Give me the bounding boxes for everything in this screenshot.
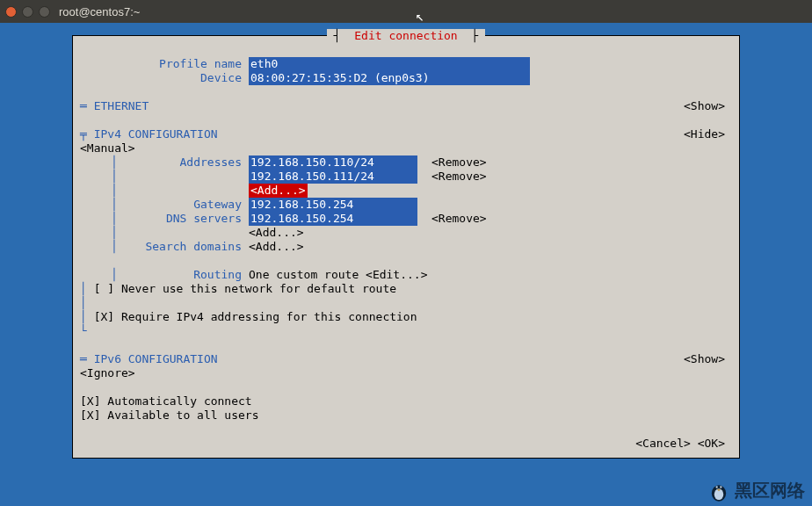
never-default-checkbox[interactable]: [ ] Never use this network for default r… [94, 282, 396, 295]
address-remove-0[interactable]: <Remove> [424, 155, 487, 170]
titlebar: root@centos7:~ [0, 0, 812, 23]
address-input-1[interactable]: 192.168.150.111/24 [249, 170, 417, 184]
nmtui-dialog: ↖ ┤ Edit connection ├ Profile name eth0 … [72, 35, 740, 459]
search-domains-label: Search domains [145, 240, 242, 253]
minimize-icon[interactable] [22, 6, 33, 18]
dns-add-button[interactable]: <Add...> [249, 226, 424, 240]
watermark: 黑区网络 [707, 478, 805, 502]
dns-input[interactable]: 192.168.150.254 [249, 212, 417, 226]
dns-remove[interactable]: <Remove> [424, 212, 487, 226]
routing-label: Routing [193, 268, 242, 281]
ipv4-header: IPv4 CONFIGURATION [87, 127, 218, 141]
address-remove-1[interactable]: <Remove> [424, 170, 487, 184]
address-input-0[interactable]: 192.168.150.110/24 [249, 155, 417, 170]
device-input[interactable]: 08:00:27:15:35:D2 (enp0s3) [249, 71, 530, 85]
window-title: root@centos7:~ [59, 5, 140, 18]
ipv6-mode-select[interactable]: <Ignore> [80, 366, 135, 380]
all-users-checkbox[interactable]: [X] Available to all users [80, 408, 732, 423]
dns-label: DNS servers [166, 212, 242, 225]
ethernet-show-button[interactable]: <Show> [684, 99, 732, 113]
ethernet-header: ═ ETHERNET [80, 99, 256, 113]
device-label: Device [80, 71, 249, 85]
close-icon[interactable] [5, 6, 17, 18]
ipv4-hide-button[interactable]: <Hide> [684, 127, 732, 155]
desktop: ↖ ┤ Edit connection ├ Profile name eth0 … [0, 23, 812, 506]
require-ipv4-checkbox[interactable]: [X] Require IPv4 addressing for this con… [94, 310, 417, 323]
profile-name-label: Profile name [80, 57, 249, 71]
penguin-icon [707, 478, 731, 502]
svg-point-2 [716, 486, 718, 488]
ipv4-mode-select[interactable]: <Manual> [80, 141, 135, 155]
ipv6-header: ═ IPv6 CONFIGURATION [80, 352, 218, 365]
search-add-button[interactable]: <Add...> [249, 240, 424, 254]
gateway-input[interactable]: 192.168.150.254 [249, 198, 417, 212]
maximize-icon[interactable] [39, 6, 50, 18]
gateway-label: Gateway [193, 198, 242, 211]
ok-button[interactable]: <OK> [698, 437, 725, 451]
ipv6-show-button[interactable]: <Show> [684, 352, 732, 380]
profile-name-input[interactable]: eth0 [249, 57, 530, 71]
auto-connect-checkbox[interactable]: [X] Automatically connect [80, 394, 732, 408]
cursor-icon: ↖ [416, 10, 424, 24]
svg-point-3 [720, 486, 721, 488]
routing-edit[interactable]: One custom route <Edit...> [249, 268, 428, 282]
address-add-button[interactable]: <Add...> [249, 184, 308, 198]
cancel-button[interactable]: <Cancel> [635, 437, 691, 451]
addresses-label: Addresses [180, 155, 242, 169]
dialog-title: Edit connection [351, 29, 460, 42]
